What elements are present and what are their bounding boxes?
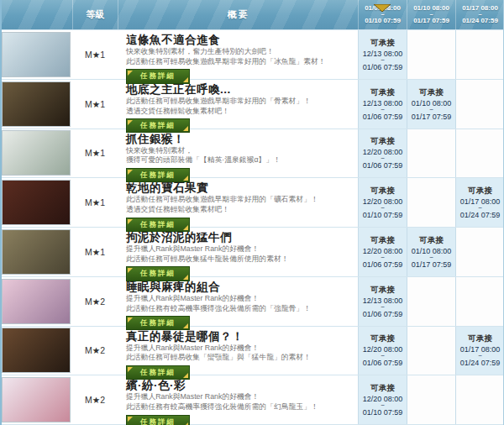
thumbnail-cell (0, 129, 72, 178)
availability-status: 可承接 (370, 285, 395, 296)
quest-description-line2: 此活動任務有較高機率獲得強化裝備所需的「幻鳥龍玉」！ (126, 402, 353, 412)
quest-description-line1: 提升獵人Rank與Master Rank的好機會！ (126, 392, 353, 402)
quest-description-line2: 此活動任務可輕易收集遊戲早期非常好用的「冰魚龍」素材！ (126, 57, 353, 67)
availability-cell-week1: 可承接12/20 08:00~01/06 07:59 (358, 129, 407, 178)
quest-description-line1: 提升獵人Rank與Master Rank的好機會！ (126, 294, 353, 304)
availability-cell-week2: 可承接01/10 08:00~01/17 07:59 (407, 228, 455, 276)
quest-row: M★2 睡眠與麻痺的組合 提升獵人Rank與Master Rank的好機會！ 此… (0, 277, 504, 327)
corner-triangle-icon (183, 126, 188, 131)
quest-title: 繽·紛·色·彩 (126, 379, 353, 392)
header-period-3: 01/17 08:00 ~ 01/24 07:59 (455, 0, 504, 29)
quest-row: M★1 地底之主正在呼喚... 此活動任務可輕易收集遊戲早期非常好用的「骨素材」… (0, 80, 504, 129)
availability-cell-week2 (407, 129, 455, 178)
quest-description-line2: 此活動任務可輕易收集「蠻顎龍」與「猛牛龍」的素材！ (126, 353, 353, 363)
period-end: 01/17 07:59 (413, 17, 449, 25)
availability-end-date: 01/10 07:59 (363, 408, 403, 417)
thumbnail-cell (0, 30, 72, 79)
quest-detail-button-label: 任務詳細 (140, 368, 176, 376)
quest-detail-button[interactable]: 任務詳細 (126, 69, 190, 83)
thumbnail-cell (0, 178, 72, 227)
corner-triangle-icon (128, 367, 133, 372)
availability-cell-week2 (407, 178, 455, 227)
quest-detail-button-label: 任務詳細 (140, 318, 176, 327)
quest-rank: M★2 (72, 327, 118, 375)
period-end: 01/24 07:59 (462, 17, 498, 25)
header-period-2: 01/10 08:00 ~ 01/17 07:59 (407, 0, 455, 29)
corner-triangle-icon (183, 77, 188, 82)
quest-row: M★2 真正的暴徒是哪個？！ 提升獵人Rank與Master Rank的好機會！… (0, 327, 504, 376)
table-header: 等級 概要 01/03 08:00 ~ 01/10 07:59 01/10 08… (0, 0, 504, 30)
quest-summary-cell: 拘泥於沼泥的猛牛們 提升獵人Rank與Master Rank的好機會！ 此活動任… (118, 228, 358, 276)
thumbnail-cell (0, 277, 72, 326)
quest-detail-button[interactable]: 任務詳細 (126, 118, 190, 133)
availability-cell-week3: 可承接01/17 08:00~01/24 07:59 (455, 327, 504, 375)
corner-triangle-icon (128, 170, 133, 175)
quest-thumbnail (2, 81, 71, 127)
left-border (0, 0, 2, 425)
quest-title: 地底之主正在呼喚... (126, 83, 353, 97)
quest-detail-button-label: 任務詳細 (140, 71, 176, 80)
quest-detail-button[interactable]: 任務詳細 (126, 218, 190, 232)
corner-triangle-icon (183, 225, 188, 230)
quest-title: 拘泥於沼泥的猛牛們 (126, 231, 353, 244)
thumbnail-cell (0, 80, 72, 129)
availability-cell-week1: 可承接12/13 08:00~01/06 07:59 (358, 277, 407, 326)
availability-status: 可承接 (370, 235, 395, 246)
quest-row: M★1 這條魚不適合進食 快來收集特別素材，奮力生產特別的大劍吧！ 此活動任務可… (0, 30, 504, 80)
quest-detail-button-label: 任務詳細 (140, 269, 176, 277)
quest-rank: M★1 (72, 30, 118, 79)
quest-summary-cell: 抓住銀猴！ 快來收集特別素材， 獲得可愛的頭部裝備「【精英·溫泉銀猴α】」！ 任… (118, 129, 358, 178)
availability-end-date: 01/06 07:59 (363, 63, 403, 71)
quest-detail-button[interactable]: 任務詳細 (126, 415, 190, 425)
quest-thumbnail (2, 32, 71, 77)
quest-summary-cell: 地底之主正在呼喚... 此活動任務可輕易收集遊戲早期非常好用的「骨素材」！ 透過… (118, 80, 358, 129)
availability-status: 可承接 (370, 87, 395, 98)
header-rank-column: 等級 (72, 0, 118, 29)
quest-thumbnail (2, 328, 71, 373)
quest-title: 抓住銀猴！ (126, 133, 353, 146)
corner-triangle-icon (183, 373, 188, 378)
availability-cell-week3 (455, 129, 504, 178)
quest-description-line2: 透過交貨任務輕鬆收集素材吧！ (126, 107, 353, 117)
corner-triangle-icon (128, 120, 133, 125)
availability-cell-week3 (455, 228, 504, 276)
header-thumbnail-column (0, 0, 72, 29)
quest-detail-button[interactable]: 任務詳細 (126, 316, 190, 330)
quest-detail-button-label: 任務詳細 (140, 171, 176, 179)
availability-end-date: 01/24 07:59 (460, 359, 501, 367)
quest-rank: M★2 (72, 375, 118, 424)
quest-description-line2: 此活動任務有較高機率獲得強化裝備所需的「強龍骨」！ (126, 304, 353, 314)
availability-end-date: 01/17 07:59 (412, 260, 452, 269)
availability-cell-week3 (455, 375, 504, 424)
quest-detail-button-label: 任務詳細 (140, 417, 176, 425)
quest-summary-cell: 繽·紛·色·彩 提升獵人Rank與Master Rank的好機會！ 此活動任務有… (118, 375, 358, 424)
quest-detail-button[interactable]: 任務詳細 (126, 266, 190, 281)
event-quest-schedule-page: 等級 概要 01/03 08:00 ~ 01/10 07:59 01/10 08… (0, 0, 504, 425)
quest-detail-button[interactable]: 任務詳細 (126, 365, 190, 380)
availability-cell-week3: 可承接01/17 08:00~01/24 07:59 (455, 178, 504, 227)
quest-detail-button-label: 任務詳細 (140, 121, 176, 129)
quest-title: 真正的暴徒是哪個？！ (126, 330, 353, 344)
availability-cell-week2 (407, 30, 455, 79)
quest-summary-cell: 乾地的寶石果實 此活動任務可輕易收集遊戲早期非常好用的「礦石素材」！ 透過交貨任… (118, 178, 358, 227)
quest-description-line1: 提升獵人Rank與Master Rank的好機會！ (126, 344, 353, 354)
availability-end-date: 01/24 07:59 (460, 211, 501, 219)
quest-description-line2: 透過交貨任務輕鬆收集素材吧！ (126, 205, 353, 215)
quest-detail-button[interactable]: 任務詳細 (126, 168, 190, 182)
availability-cell-week3 (455, 30, 504, 79)
availability-end-date: 01/10 07:59 (363, 211, 403, 219)
availability-status: 可承接 (370, 186, 395, 197)
quest-thumbnail (2, 279, 71, 324)
corner-triangle-icon (183, 323, 188, 328)
quest-description-line1: 快來收集特別素材，奮力生產特別的大劍吧！ (126, 47, 353, 57)
quest-title: 睡眠與麻痺的組合 (126, 281, 353, 294)
current-week-marker-icon (373, 0, 391, 8)
quest-description-line1: 快來收集特別素材， (126, 146, 353, 156)
corner-triangle-icon (183, 176, 188, 181)
availability-cell-week3 (455, 277, 504, 326)
availability-cell-week2 (407, 277, 455, 326)
corner-triangle-icon (128, 219, 133, 224)
availability-end-date: 01/06 07:59 (363, 359, 403, 367)
availability-cell-week1: 可承接12/13 08:00~01/06 07:59 (358, 30, 407, 79)
quest-row: M★1 抓住銀猴！ 快來收集特別素材， 獲得可愛的頭部裝備「【精英·溫泉銀猴α】… (0, 129, 504, 179)
